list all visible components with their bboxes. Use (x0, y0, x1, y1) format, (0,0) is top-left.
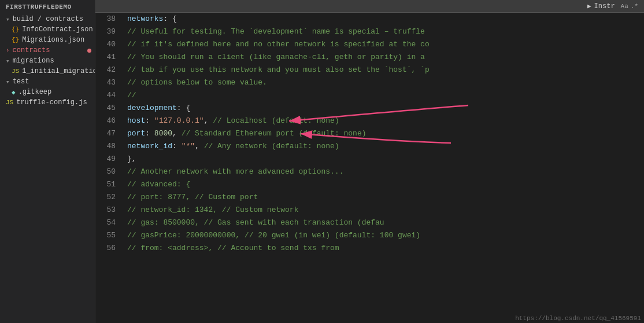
json-icon: {} (12, 36, 19, 43)
token: : (145, 129, 154, 138)
token: network_id (127, 142, 172, 151)
token: // advanced: { (127, 180, 190, 189)
token: // Another network with more advanced op… (127, 167, 343, 176)
line-num-41: 41 (95, 51, 116, 64)
code-line-45: development: { (127, 102, 644, 115)
line-num-54: 54 (95, 216, 116, 229)
line-num-40: 40 (95, 38, 116, 51)
code-line-42: // tab if you use this network and you m… (127, 64, 644, 76)
line-num-38: 38 (95, 13, 116, 25)
chevron-right-icon: › (6, 47, 10, 54)
line-numbers: 38 39 40 41 42 43 44 45 46 47 48 49 50 5… (95, 13, 121, 323)
line-num-46: 46 (95, 115, 116, 127)
code-line-49: }, (127, 153, 644, 166)
token: development (127, 104, 177, 112)
token: // Useful for testing. The `development`… (127, 27, 425, 36)
sidebar-item-test[interactable]: ▾ test (0, 76, 95, 87)
token: // gas: 8500000, // Gas sent with each t… (127, 218, 384, 227)
token: // port: 8777, // Custom port (127, 193, 258, 201)
sidebar-item-build-contracts[interactable]: ▾ build / contracts (0, 14, 95, 24)
search-regex-label[interactable]: .* (631, 3, 638, 10)
editor: ▶ Instr Aa .* 38 39 40 41 42 43 44 45 46… (95, 0, 644, 323)
code-line-53: // network_id: 1342, // Custom network (127, 204, 644, 216)
sidebar-item-migrations-json[interactable]: {} Migrations.json (0, 35, 95, 45)
token: // tab if you use this network and you m… (127, 65, 430, 74)
token: port (127, 129, 145, 138)
token: // (127, 91, 136, 100)
sidebar-item-label: migrations (13, 57, 54, 65)
chevron-down-icon: ▾ (6, 78, 10, 86)
modified-badge (87, 49, 91, 53)
js-icon: JS (6, 99, 13, 106)
json-icon: {} (12, 26, 19, 33)
line-num-43: 43 (95, 76, 116, 89)
token: : (145, 116, 154, 125)
code-line-56: // from: <address>, // Account to send t… (127, 242, 644, 255)
sidebar-item-contracts[interactable]: › contracts (0, 45, 95, 56)
code-line-54: // gas: 8500000, // Gas sent with each t… (127, 216, 644, 229)
token: // network_id: 1342, // Custom network (127, 205, 298, 214)
sidebar-item-infocontract[interactable]: {} InfoContract.json (0, 24, 95, 35)
sidebar-item-label: Migrations.json (22, 36, 84, 44)
token: }, (127, 155, 136, 163)
code-line-46: host: "127.0.0.1", // Localhost (default… (127, 115, 644, 127)
sidebar-item-label: test (13, 78, 29, 86)
token: , (172, 129, 177, 138)
token: : { (177, 104, 190, 112)
code-line-39: // Useful for testing. The `development`… (127, 25, 644, 38)
line-num-42: 42 (95, 64, 116, 76)
diamond-icon: ◆ (12, 89, 16, 96)
sidebar-item-truffle-config[interactable]: JS truffle-config.js (0, 97, 95, 108)
token: // from: <address>, // Account to send t… (127, 244, 339, 252)
token: // Standard Ethereum port (default: none… (177, 129, 367, 138)
token: // Any network (default: none) (199, 142, 339, 151)
line-num-39: 39 (95, 25, 116, 38)
sidebar-header: FIRSTTRUFFLEDEMO (0, 0, 95, 14)
code-line-43: // options below to some value. (127, 76, 644, 89)
token: // Localhost (default: none) (208, 116, 339, 125)
code-line-41: // You should run a client (like ganache… (127, 51, 644, 64)
code-line-40: // if it's defined here and no other net… (127, 38, 644, 51)
line-num-55: 55 (95, 229, 116, 242)
line-num-52: 52 (95, 191, 116, 204)
sidebar-item-label: contracts (13, 46, 50, 54)
line-num-56: 56 (95, 242, 116, 255)
token: , (195, 142, 199, 151)
sidebar-item-gitkeep[interactable]: ◆ .gitkeep (0, 87, 95, 97)
search-case-label[interactable]: Aa (621, 3, 628, 10)
line-num-47: 47 (95, 127, 116, 140)
token: : { (163, 14, 176, 23)
chevron-down-icon: ▾ (6, 16, 10, 23)
sidebar: FIRSTTRUFFLEDEMO ▾ build / contracts {} … (0, 0, 95, 323)
top-bar: ▶ Instr Aa .* (95, 0, 644, 13)
code-line-44: // (127, 89, 644, 102)
sidebar-item-label: .gitkeep (18, 88, 52, 96)
sidebar-item-1-initial-migration[interactable]: JS 1_initial_migration.js (0, 66, 95, 76)
token: // gasPrice: 20000000000, // 20 gwei (in… (127, 231, 420, 240)
js-icon: JS (12, 68, 19, 75)
watermark: https://blog.csdn.net/qq_41569591 (515, 315, 641, 322)
sidebar-item-migrations[interactable]: ▾ migrations (0, 56, 95, 66)
line-num-48: 48 (95, 140, 116, 153)
code-line-55: // gasPrice: 20000000000, // 20 gwei (in… (127, 229, 644, 242)
line-num-49: 49 (95, 153, 116, 166)
line-num-51: 51 (95, 178, 116, 191)
code-line-50: // Another network with more advanced op… (127, 166, 644, 178)
token: 8000 (154, 129, 172, 138)
line-num-45: 45 (95, 102, 116, 115)
token: // options below to some value. (127, 78, 267, 87)
code-area: 38 39 40 41 42 43 44 45 46 47 48 49 50 5… (95, 13, 644, 323)
sidebar-item-label: build / contracts (13, 15, 83, 23)
chevron-down-icon: ▾ (6, 57, 10, 65)
token: "*" (182, 142, 195, 151)
sidebar-item-label: truffle-config.js (16, 98, 87, 107)
instr-label: Instr (594, 2, 615, 10)
code-line-38: networks: { (127, 13, 644, 25)
code-line-47: port: 8000, // Standard Ethereum port (d… (127, 127, 644, 140)
token: host (127, 116, 145, 125)
instr-button[interactable]: ▶ Instr (587, 2, 615, 10)
sidebar-item-label: InfoContract.json (22, 25, 92, 34)
token: // if it's defined here and no other net… (127, 40, 430, 49)
token: "127.0.0.1" (154, 116, 204, 125)
code-content[interactable]: networks: { // Useful for testing. The `… (121, 13, 644, 323)
